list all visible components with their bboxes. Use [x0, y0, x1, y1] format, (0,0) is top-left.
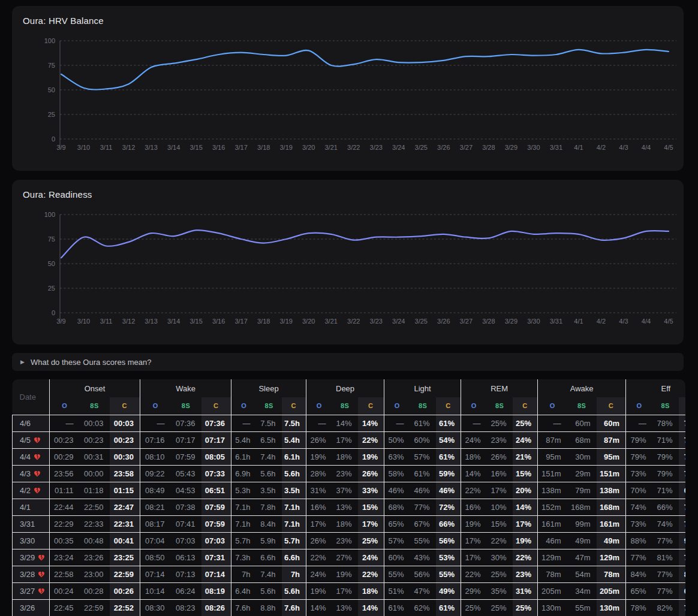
value-cell: 58%	[384, 465, 410, 482]
date-cell: 3/27	[13, 582, 50, 599]
combined-value-cell: 49m	[597, 532, 626, 549]
combined-value-cell: 161m	[597, 515, 626, 532]
combined-value-cell: 07:33	[201, 465, 231, 482]
value-cell: 28%	[306, 465, 332, 482]
combined-value-cell: 17%	[513, 515, 538, 532]
value-cell: 84%	[626, 566, 652, 582]
date-cell: 3/31	[13, 515, 50, 532]
value-cell: 25%	[487, 566, 513, 582]
value-cell: 18%	[461, 448, 487, 465]
value-cell: 22%	[306, 549, 332, 566]
value-cell: 00:48	[80, 532, 110, 549]
value-cell: 152m	[538, 499, 567, 515]
value-cell: 87m	[538, 431, 567, 448]
combined-value-cell: 24%	[358, 549, 384, 566]
value-cell: 09:22	[140, 465, 171, 482]
value-cell: 55m	[567, 599, 597, 616]
value-cell: 16%	[306, 499, 332, 515]
hrv-chart-card: 02550751003/93/103/113/123/133/143/153/1…	[12, 6, 684, 171]
col-awake-o: O	[538, 397, 567, 415]
date-cell: 3/29	[13, 549, 50, 566]
value-cell: 7.1h	[231, 515, 257, 532]
combined-value-cell: 15%	[513, 465, 538, 482]
value-cell: 66%	[652, 499, 679, 515]
x-axis-tick-label: 4/3	[619, 318, 628, 325]
broken-heart-icon	[34, 437, 41, 443]
x-axis-tick-label: 3/26	[437, 144, 450, 151]
x-axis-tick-label: 3/27	[460, 144, 473, 151]
value-cell: 07:16	[140, 431, 171, 448]
value-cell: 08:49	[140, 482, 171, 499]
date-cell: 3/26	[13, 599, 50, 616]
chart-line	[61, 230, 669, 258]
combined-value-cell: 21%	[513, 448, 538, 465]
combined-value-cell: 00:23	[110, 431, 140, 448]
value-cell: 08:10	[140, 448, 171, 465]
combined-value-cell: 07:59	[201, 515, 231, 532]
y-axis-tick-label: 0	[52, 309, 55, 316]
x-axis-tick-label: 3/21	[325, 318, 338, 325]
value-cell: 22%	[487, 532, 513, 549]
combined-value-cell: 15%	[358, 499, 384, 515]
value-cell: 6.6h	[257, 549, 282, 566]
value-cell: 50%	[384, 431, 410, 448]
x-axis-tick-label: 3/28	[482, 318, 495, 325]
value-cell: 78m	[538, 566, 567, 582]
value-cell: 60m	[567, 415, 597, 431]
x-axis-tick-label: 3/23	[370, 144, 383, 151]
col-onset-o: O	[50, 397, 80, 415]
date-label: 3/27	[20, 587, 35, 596]
value-cell: 05:43	[171, 465, 201, 482]
value-cell: —	[461, 415, 487, 431]
value-cell: 79%	[652, 448, 679, 465]
x-axis-tick-label: 3/11	[100, 318, 113, 325]
value-cell: 5.7h	[231, 532, 257, 549]
combined-value-cell: 78m	[597, 566, 626, 582]
combined-value-cell: 22:47	[110, 499, 140, 515]
value-cell: 00:28	[80, 582, 110, 599]
value-cell: 138m	[538, 482, 567, 499]
value-cell: 8.8h	[257, 599, 282, 616]
x-axis-tick-label: 3/12	[122, 144, 135, 151]
value-cell: 00:29	[50, 448, 80, 465]
value-cell: 14%	[461, 465, 487, 482]
col-group-wake: Wake	[140, 379, 231, 397]
combined-value-cell: 138m	[597, 482, 626, 499]
value-cell: 78%	[652, 415, 679, 431]
table-row: 3/2923:2423:2623:2508:5006:1307:317.3h6.…	[13, 549, 686, 566]
value-cell: 10:14	[140, 582, 171, 599]
col-sleep-c: C	[282, 397, 306, 415]
value-cell: 00:31	[80, 448, 110, 465]
col-group-sleep: Sleep	[231, 379, 306, 397]
value-cell: 7.4h	[257, 566, 282, 582]
table-row: 4/6—00:0300:03—07:3607:36—7.5h7.5h—14%14…	[13, 415, 686, 431]
x-axis-tick-label: 4/3	[619, 144, 628, 151]
combined-value-cell: 72%	[436, 499, 461, 515]
value-cell: 18%	[332, 448, 358, 465]
hrv-chart-title: Oura: HRV Balance	[23, 16, 104, 26]
table-body: 4/6—00:0300:03—07:3607:36—7.5h7.5h—14%14…	[13, 415, 686, 616]
y-axis-tick-label: 25	[48, 285, 55, 292]
combined-value-cell: 25%	[358, 532, 384, 549]
combined-value-cell: 08:19	[201, 582, 231, 599]
combined-value-cell: 22:59	[110, 566, 140, 582]
x-axis-tick-label: 3/15	[189, 318, 202, 325]
combined-value-cell: 7.1h	[282, 515, 306, 532]
value-cell: 62%	[410, 599, 436, 616]
combined-value-cell: 130m	[597, 599, 626, 616]
broken-heart-icon	[38, 588, 45, 594]
combined-value-cell: 00:30	[110, 448, 140, 465]
value-cell: 25%	[487, 415, 513, 431]
x-axis-tick-label: 3/22	[347, 144, 360, 151]
combined-value-cell: 78%	[679, 415, 685, 431]
value-cell: —	[306, 415, 332, 431]
col-group-rem: REM	[461, 379, 538, 397]
value-cell: —	[626, 415, 652, 431]
col-light-o: O	[384, 397, 410, 415]
combined-value-cell: 205m	[597, 582, 626, 599]
oura-scores-disclosure[interactable]: ▶ What do these Oura scores mean?	[12, 353, 684, 371]
value-cell: 23:56	[50, 465, 80, 482]
col-light-c: C	[436, 397, 461, 415]
combined-value-cell: 59%	[436, 465, 461, 482]
value-cell: 22:44	[50, 499, 80, 515]
